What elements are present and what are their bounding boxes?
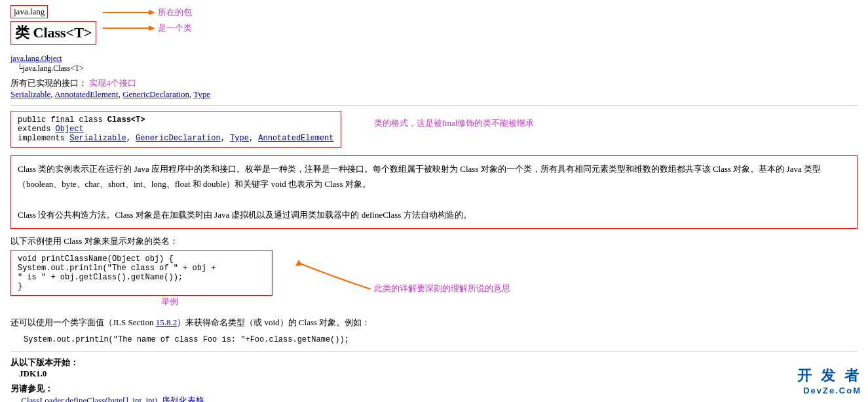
interface-link-annotated[interactable]: AnnotatedElement [54, 89, 118, 99]
title-annotations: 所在的包 是一个类 [103, 7, 192, 34]
example-section: 以下示例使用 Class 对象来显示对象的类名： void printClass… [10, 235, 858, 308]
jls-link[interactable]: 15.8.2 [156, 317, 178, 327]
main-content: java.lang 类 Class<T> 所在的包 [0, 0, 868, 402]
version-indent [10, 369, 19, 378]
code-line4: } [18, 282, 265, 291]
title-block: java.lang 类 Class<T> 所在的包 [10, 5, 858, 49]
interface-link-generic[interactable]: GenericDeclaration [123, 89, 189, 99]
also-section: 还可以使用一个类字面值（JLS Section 15.8.2）来获得命名类型（或… [10, 314, 858, 331]
see-also-label: 另请参见： [10, 384, 53, 393]
package-label: java.lang [10, 5, 48, 18]
example-label: 举例 [161, 296, 858, 308]
interfaces-count: 实现4个接口 [89, 78, 136, 88]
package-annotation: 所在的包 [158, 7, 192, 18]
class-arrow-row: 是一个类 [103, 22, 192, 34]
also-text-suffix: ）来获得命名类型（或 void）的 Class 对象。例如： [177, 317, 370, 327]
extends-object-link[interactable]: Object [56, 125, 84, 134]
class-title: 类 Class<T> [10, 21, 96, 45]
package-arrow-row: 所在的包 [103, 7, 192, 18]
see-also-link-2[interactable]: 序列化表格 [162, 395, 204, 402]
class-def-annotation-text: 类的格式，这是被final修饰的类不能被继承 [374, 117, 535, 129]
impl-type-link[interactable]: Type [230, 134, 249, 143]
package-arrow-svg [103, 7, 155, 18]
description-para2: Class 没有公共构造方法。Class 对象是在加载类时由 Java 虚拟机以… [18, 207, 850, 222]
class-def-annotations: 类的格式，这是被final修饰的类不能被继承 [354, 115, 535, 129]
impl-serializable-link[interactable]: Serializable [69, 134, 126, 143]
class-def-line3: implements Serializable, GenericDeclarat… [18, 134, 334, 143]
divider-1 [10, 105, 858, 106]
title-left: java.lang 类 Class<T> [10, 5, 96, 49]
svg-marker-3 [149, 26, 155, 31]
example-arrow-annotation: 此类的详解要深刻的理解所说的意思 [292, 256, 384, 296]
see-also-section: 另请参见： ClassLoader.defineClass(byte[], in… [10, 383, 858, 402]
interface-link-type[interactable]: Type [193, 89, 210, 99]
interface-link-serializable[interactable]: Serializable [10, 89, 50, 99]
example-arrow-svg [292, 256, 384, 296]
example-annotation-text: 此类的详解要深刻的理解所说的意思 [374, 283, 510, 294]
code-line1: void printClassName(Object obj) { [18, 254, 265, 264]
class-annotation: 是一个类 [158, 22, 192, 34]
interfaces-section: 所有已实现的接口： 实现4个接口 Serializable, Annotated… [10, 77, 858, 100]
interfaces-label: 所有已实现的接口： [10, 78, 87, 88]
footer-logo-line2: DevZe.CoM [797, 386, 861, 395]
class-def-line2: extends Object [18, 125, 334, 134]
class-def-line1: public final class Class<T> [18, 115, 334, 125]
code-line2: System.out.println("The class of " + obj… [18, 264, 265, 273]
impl-annotated-link[interactable]: AnnotatedElement [258, 134, 333, 143]
hierarchy: java.lang.Object └java.lang.Class<T> [10, 54, 858, 73]
divider-2 [10, 351, 858, 352]
example-row: void printClassName(Object obj) { System… [10, 250, 858, 296]
also-code: System.out.println("The name of class Fo… [10, 335, 858, 344]
class-def-row: public final class Class<T> extends Obje… [10, 111, 858, 150]
version-section: 从以下版本开始： JDK1.0 [10, 357, 858, 379]
description-box: Class 类的实例表示正在运行的 Java 应用程序中的类和接口。枚举是一种类… [10, 155, 858, 229]
code-line3: " is " + obj.getClass().getName()); [18, 273, 265, 282]
also-code-text: System.out.println("The name of class Fo… [24, 335, 349, 344]
version-value: JDK1.0 [19, 369, 47, 378]
also-text-prefix: 还可以使用一个类字面值（JLS Section [10, 317, 156, 327]
example-code-box: void printClassName(Object obj) { System… [10, 250, 273, 296]
see-also-link-1[interactable]: ClassLoader.defineClass(byte[], int, int… [21, 395, 157, 402]
parent-class-link[interactable]: java.lang.Object [10, 54, 62, 63]
class-definition-box: public final class Class<T> extends Obje… [10, 111, 341, 148]
svg-marker-1 [149, 10, 155, 15]
interfaces-links: Serializable, AnnotatedElement, GenericD… [10, 89, 210, 99]
class-arrow-svg [103, 23, 155, 33]
version-label: 从以下版本开始： [10, 357, 79, 367]
footer-logo-line1: 开 发 者 [797, 366, 861, 386]
child-class: └java.lang.Class<T> [17, 64, 84, 73]
description-para1: Class 类的实例表示正在运行的 Java 应用程序中的类和接口。枚举是一种类… [18, 161, 850, 192]
impl-generic-link[interactable]: GenericDeclaration [136, 134, 221, 143]
footer-logo: 开 发 者 DevZe.CoM [797, 366, 861, 395]
svg-marker-4 [295, 260, 302, 266]
example-intro: 以下示例使用 Class 对象来显示对象的类名： [10, 235, 858, 247]
